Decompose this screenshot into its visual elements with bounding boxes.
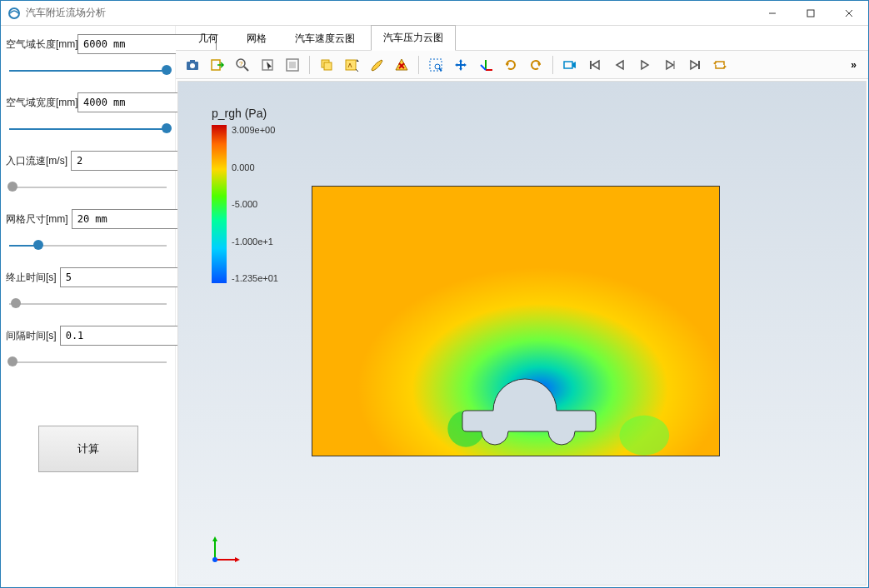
copy-icon[interactable] bbox=[315, 53, 338, 77]
slider-thumb[interactable] bbox=[11, 298, 21, 308]
loop-icon[interactable] bbox=[708, 53, 732, 77]
param-slider[interactable] bbox=[6, 179, 170, 196]
tab-1[interactable]: 网格 bbox=[234, 26, 279, 51]
main-panel: 几何网格汽车速度云图汽车压力云图 ?» p_rgh (Pa) 3.009e+00… bbox=[176, 26, 868, 587]
edit-dropdown-icon[interactable] bbox=[340, 53, 363, 77]
brush-icon[interactable] bbox=[365, 53, 388, 77]
svg-rect-14 bbox=[289, 62, 296, 68]
svg-marker-18 bbox=[357, 59, 359, 62]
tab-0[interactable]: 几何 bbox=[186, 26, 231, 51]
svg-rect-29 bbox=[564, 62, 572, 68]
zoom-query-icon[interactable]: ? bbox=[231, 53, 254, 77]
svg-point-7 bbox=[190, 63, 195, 68]
slider-thumb[interactable] bbox=[7, 182, 17, 192]
param-slider[interactable] bbox=[6, 62, 170, 79]
svg-rect-2 bbox=[807, 10, 814, 17]
legend-colorbar bbox=[212, 125, 227, 283]
svg-rect-6 bbox=[190, 60, 195, 62]
rotate-cw-icon[interactable] bbox=[524, 53, 547, 77]
close-button[interactable] bbox=[830, 1, 868, 26]
param-slider[interactable] bbox=[6, 354, 170, 371]
svg-marker-47 bbox=[212, 536, 217, 541]
param-slider[interactable] bbox=[6, 121, 170, 137]
param-row: 空气域宽度[mm] bbox=[6, 92, 170, 112]
tab-bar: 几何网格汽车速度云图汽车压力云图 bbox=[176, 26, 868, 51]
tab-3[interactable]: 汽车压力云图 bbox=[371, 25, 456, 51]
svg-rect-16 bbox=[324, 62, 332, 70]
record-icon[interactable] bbox=[558, 53, 582, 77]
legend-tick: -1.235e+01 bbox=[232, 273, 278, 283]
svg-text:?: ? bbox=[239, 60, 243, 67]
slider-thumb[interactable] bbox=[162, 123, 172, 133]
pressure-field-plot bbox=[312, 186, 720, 456]
marquee-zoom-icon[interactable] bbox=[424, 53, 447, 77]
param-label: 终止时间[s] bbox=[6, 271, 57, 285]
legend-title: p_rgh (Pa) bbox=[212, 107, 278, 120]
select-rect-icon[interactable] bbox=[256, 53, 279, 77]
car-geometry bbox=[458, 369, 608, 452]
toolbar-separator bbox=[418, 56, 419, 74]
svg-marker-40 bbox=[713, 62, 716, 65]
step-back-icon[interactable] bbox=[608, 53, 632, 77]
param-label: 入口流速[m/s] bbox=[6, 154, 67, 168]
skip-last-icon[interactable] bbox=[683, 53, 707, 77]
rotate-ccw-icon[interactable] bbox=[499, 53, 522, 77]
legend-tick: 0.000 bbox=[232, 162, 278, 172]
param-label: 空气域长度[mm] bbox=[6, 37, 74, 52]
param-label: 间隔时间[s] bbox=[6, 329, 57, 343]
axes-xyz-icon[interactable] bbox=[474, 53, 497, 77]
param-row: 空气域长度[mm] bbox=[6, 34, 170, 54]
calculate-button[interactable]: 计算 bbox=[38, 426, 138, 472]
slider-thumb[interactable] bbox=[7, 356, 17, 366]
titlebar: 汽车附近流场分析 bbox=[1, 1, 868, 26]
svg-marker-49 bbox=[235, 557, 240, 562]
svg-point-45 bbox=[619, 416, 669, 456]
slider-thumb[interactable] bbox=[162, 65, 172, 75]
viewport-3d[interactable]: p_rgh (Pa) 3.009e+000.000-5.000-1.000e+1… bbox=[177, 81, 867, 586]
minimize-button[interactable] bbox=[753, 1, 792, 26]
param-row: 终止时间[s] bbox=[6, 267, 170, 287]
app-window: 汽车附近流场分析 空气域长度[mm]空气域宽度[mm]入口流速[m/s]网格尺寸… bbox=[0, 0, 869, 588]
maximize-button[interactable] bbox=[792, 1, 830, 26]
param-slider[interactable] bbox=[6, 296, 170, 312]
svg-marker-33 bbox=[617, 61, 623, 69]
param-row: 间隔时间[s] bbox=[6, 326, 170, 346]
param-label: 网格尺寸[mm] bbox=[6, 212, 68, 227]
legend-ticks: 3.009e+000.000-5.000-1.000e+1-1.235e+01 bbox=[232, 125, 278, 283]
svg-marker-39 bbox=[724, 65, 727, 68]
camera-icon[interactable] bbox=[181, 53, 204, 77]
svg-point-50 bbox=[212, 557, 217, 562]
window-title: 汽车附近流场分析 bbox=[26, 6, 753, 20]
app-icon bbox=[7, 7, 21, 20]
svg-line-10 bbox=[244, 67, 248, 71]
axis-triad-icon bbox=[208, 533, 242, 566]
toolbar-separator bbox=[552, 56, 553, 74]
tab-2[interactable]: 汽车速度云图 bbox=[282, 26, 367, 51]
param-slider[interactable] bbox=[6, 237, 170, 254]
step-forward-icon[interactable] bbox=[658, 53, 682, 77]
legend-tick: 3.009e+00 bbox=[232, 125, 278, 135]
toolbar-overflow-button[interactable]: » bbox=[844, 59, 863, 71]
svg-marker-34 bbox=[642, 61, 648, 69]
param-row: 入口流速[m/s] bbox=[6, 151, 170, 171]
export-icon[interactable] bbox=[206, 53, 229, 77]
play-icon[interactable] bbox=[633, 53, 657, 77]
pan-icon[interactable] bbox=[449, 53, 472, 77]
toolbar-separator bbox=[309, 56, 310, 74]
color-legend: p_rgh (Pa) 3.009e+000.000-5.000-1.000e+1… bbox=[212, 107, 278, 283]
sidebar: 空气域长度[mm]空气域宽度[mm]入口流速[m/s]网格尺寸[mm]终止时间[… bbox=[1, 26, 176, 587]
alert-x-icon[interactable] bbox=[390, 53, 413, 77]
svg-marker-35 bbox=[667, 61, 673, 69]
svg-marker-37 bbox=[691, 61, 697, 69]
param-row: 网格尺寸[mm] bbox=[6, 209, 170, 229]
toolbar: ?» bbox=[176, 51, 868, 79]
param-label: 空气域宽度[mm] bbox=[6, 96, 74, 110]
slider-thumb[interactable] bbox=[33, 240, 43, 250]
legend-tick: -5.000 bbox=[232, 199, 278, 209]
fit-screen-icon[interactable] bbox=[281, 53, 304, 77]
svg-marker-32 bbox=[592, 61, 599, 69]
skip-first-icon[interactable] bbox=[583, 53, 607, 77]
legend-tick: -1.000e+1 bbox=[232, 237, 278, 247]
